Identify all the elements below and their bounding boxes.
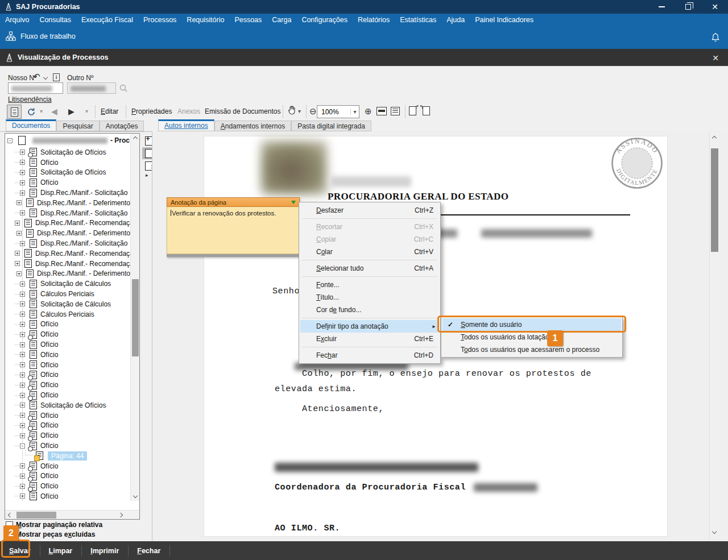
- menu-item-fechar[interactable]: FecharCtrl+D: [300, 349, 439, 362]
- tree-item-solicitacao-de-calculos[interactable]: +Solicitação de Cálculos: [5, 279, 130, 289]
- search-icon[interactable]: [119, 84, 128, 93]
- tree-item-oficio[interactable]: +Ofício: [5, 360, 130, 370]
- tree-item-disp-rec-manif-deferimento[interactable]: +Disp.Rec./Manif. - Deferimento: [5, 228, 130, 238]
- editar-button[interactable]: Editar: [101, 107, 118, 115]
- menubar-item-consultas[interactable]: Consultas: [34, 14, 76, 26]
- submenu-item-todos-os-usuarios-da-lotacao[interactable]: Todos os usuários da lotação: [442, 331, 621, 343]
- menubar-item-carga[interactable]: Carga: [267, 14, 296, 26]
- expand-icon[interactable]: +: [16, 231, 22, 236]
- tree-root-item[interactable]: - - Proc: [5, 134, 130, 147]
- tree-item-solicitacao-de-oficios[interactable]: +Solicitação de Ofícios: [5, 168, 130, 178]
- tree-item-oficio[interactable]: +Ofício: [5, 461, 130, 471]
- expand-icon[interactable]: +: [20, 160, 25, 165]
- expand-icon[interactable]: +: [16, 200, 22, 205]
- page-annotation-note[interactable]: Anotação da página Verificar a renovação…: [167, 197, 300, 257]
- nosso-numero-input[interactable]: [8, 82, 63, 94]
- scroll-up-icon[interactable]: [131, 135, 140, 143]
- expand-icon[interactable]: +: [16, 271, 22, 276]
- outro-numero-input[interactable]: [67, 82, 116, 94]
- tree-item-oficio[interactable]: +Ofício: [5, 430, 130, 441]
- tree-item-calculos-periciais[interactable]: +Cálculos Periciais: [5, 289, 130, 299]
- tree-item-oficio[interactable]: -Ofício: [5, 441, 130, 451]
- menubar-item-requisitorio[interactable]: Requisitório: [181, 14, 229, 26]
- tree-item-oficio[interactable]: +Ofício: [5, 481, 130, 491]
- tree-item-disp-rec-manif-solicitacao[interactable]: +Disp.Rec./Manif.- Solicitação: [5, 208, 130, 218]
- scroll-down-icon[interactable]: [131, 492, 140, 500]
- tab-documentos[interactable]: Documentos: [6, 119, 56, 131]
- navigate-back-icon[interactable]: ◀: [51, 107, 57, 116]
- tree-vertical-scrollbar[interactable]: [130, 134, 139, 501]
- chevron-down-icon[interactable]: [43, 75, 48, 80]
- expand-icon[interactable]: +: [20, 403, 25, 408]
- expand-icon[interactable]: +: [20, 281, 25, 287]
- tab-pesquisar[interactable]: Pesquisar: [56, 121, 99, 131]
- tree-item-oficio[interactable]: +Ofício: [5, 329, 130, 339]
- tree-item-page[interactable]: Página: 44: [5, 451, 130, 461]
- tree-item-oficio[interactable]: +Ofício: [5, 157, 130, 168]
- tree-item-solicitacao-de-calculos[interactable]: +Solicitação de Cálculos: [5, 299, 130, 309]
- menubar-item-ajuda[interactable]: Ajuda: [441, 14, 470, 26]
- expand-side-toolbar-icon[interactable]: ▸: [146, 172, 148, 178]
- expand-icon[interactable]: +: [20, 190, 25, 196]
- tree-item-solicitacao-de-oficios[interactable]: +Solicitação de Ofícios: [5, 147, 130, 157]
- document-vertical-scrollbar[interactable]: [709, 132, 719, 538]
- limpar-button[interactable]: Limpar: [47, 545, 82, 557]
- anexos-button[interactable]: Anexos: [177, 107, 200, 115]
- menubar-item-arquivo[interactable]: Arquivo: [0, 14, 34, 26]
- undo-icon[interactable]: ↶: [33, 72, 40, 82]
- expand-icon[interactable]: +: [20, 150, 25, 155]
- refresh-button[interactable]: [24, 105, 39, 119]
- scrollbar-thumb[interactable]: [132, 279, 139, 356]
- menu-item-cor-de-fundo[interactable]: Cor de fundo...: [300, 304, 439, 316]
- zoom-level-combobox[interactable]: 100% ▾: [317, 105, 359, 118]
- tree-item-oficio[interactable]: +Ofício: [5, 471, 130, 482]
- tree-item-disp-rec-manif-solicitacao[interactable]: +Disp.Rec./Manif.- Solicitação: [5, 188, 130, 198]
- expand-icon[interactable]: +: [20, 474, 25, 479]
- tab-pasta-digital-integrada[interactable]: Pasta digital integrada: [291, 121, 371, 131]
- menubar-item-estatisticas[interactable]: Estatísticas: [395, 14, 441, 26]
- annotation-note-body[interactable]: Verificar a renovação dos protestos.: [167, 207, 300, 254]
- propriedades-button[interactable]: Propriedades: [131, 107, 172, 115]
- expand-icon[interactable]: +: [20, 342, 25, 347]
- scroll-left-icon[interactable]: [6, 511, 14, 519]
- menu-item-fonte[interactable]: Fonte...: [300, 279, 439, 291]
- fit-page-icon[interactable]: [391, 107, 400, 115]
- expand-icon[interactable]: +: [20, 180, 25, 185]
- subwindow-close-icon[interactable]: ✕: [712, 53, 719, 63]
- tree-item-disp-rec-manif-deferimento[interactable]: +Disp.Rec./Manif. - Deferimento: [5, 269, 130, 279]
- tree-item-oficio[interactable]: +Ofício: [5, 320, 130, 330]
- expand-icon[interactable]: +: [15, 251, 20, 256]
- collapse-icon[interactable]: -: [20, 443, 25, 449]
- expand-icon[interactable]: +: [20, 413, 25, 418]
- menubar-item-execucao-fiscal[interactable]: Execução Fiscal: [76, 14, 138, 26]
- tree-item-oficio[interactable]: +Ofício: [5, 177, 130, 188]
- minimize-button[interactable]: [648, 0, 675, 14]
- scrollbar-thumb[interactable]: [16, 512, 56, 518]
- tree-item-oficio[interactable]: +Ofício: [5, 380, 130, 390]
- menu-item-colar[interactable]: ColarCtrl+V: [300, 246, 439, 258]
- expand-icon[interactable]: +: [20, 463, 25, 468]
- expand-icon[interactable]: +: [20, 170, 25, 175]
- tree-item-calculos-periciais[interactable]: +Cálculos Periciais: [5, 309, 130, 320]
- litispendencia-link[interactable]: Litispendência: [8, 96, 52, 103]
- expand-icon[interactable]: +: [20, 301, 25, 306]
- close-button[interactable]: ✕: [702, 0, 728, 14]
- menu-item-selecionar-tudo[interactable]: Selecionar tudoCtrl+A: [300, 262, 439, 275]
- tree-item-oficio[interactable]: +Ofício: [5, 491, 130, 501]
- menubar-item-configuracoes[interactable]: Configurações: [296, 14, 353, 26]
- expand-icon[interactable]: +: [20, 383, 25, 388]
- menubar-item-pessoas[interactable]: Pessoas: [229, 14, 267, 26]
- menu-item-titulo[interactable]: Título...: [300, 291, 439, 304]
- expand-icon[interactable]: +: [20, 312, 25, 317]
- notifications-bell-icon[interactable]: [711, 32, 720, 43]
- tree-item-disp-rec-manif-recomendacao[interactable]: +Disp.Rec./Manif.- Recomendação: [5, 259, 130, 269]
- tree-item-disp-rec-manif-recomendacao[interactable]: +Disp.Rec./Manif.- Recomendação: [5, 248, 130, 259]
- tree-item-oficio[interactable]: +Ofício: [5, 350, 130, 360]
- annotation-tool-button[interactable]: [7, 105, 22, 119]
- fechar-button[interactable]: Fechar: [135, 545, 170, 557]
- restore-button[interactable]: [675, 0, 701, 14]
- dropdown-icon[interactable]: ▾: [298, 108, 301, 114]
- tree-item-disp-rec-manif-recomendacao[interactable]: +Disp.Rec./Manif.- Recomendação: [5, 218, 130, 229]
- emissao-documentos-button[interactable]: Emissão de Documentos: [205, 107, 280, 115]
- expand-icon[interactable]: +: [20, 352, 25, 357]
